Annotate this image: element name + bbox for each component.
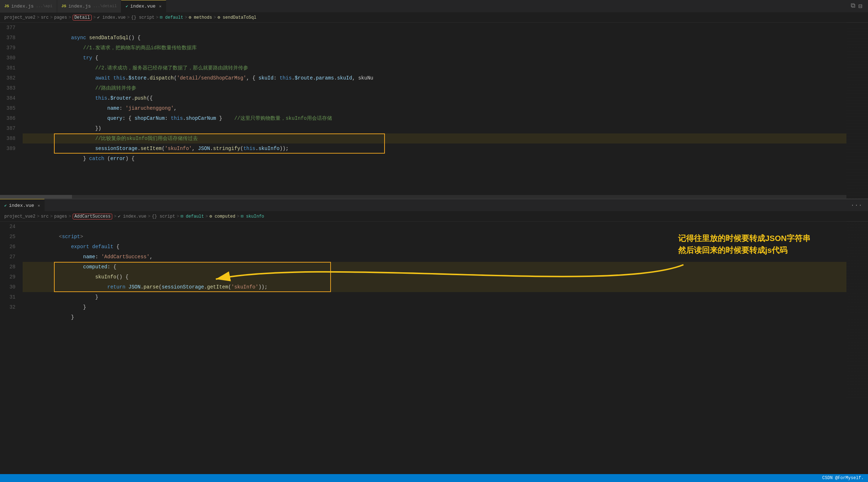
bc2-sep-8: >: [237, 214, 239, 219]
code-lines-top: async sendDataToSql() { //1.发请求，把购物车的商品i…: [20, 23, 868, 154]
bc-sep-8: >: [213, 15, 216, 20]
bottom-tab-close-button[interactable]: ✕: [38, 203, 40, 208]
top-breadcrumb: project_vue2 > src > pages > Detail > ✔ …: [0, 13, 868, 23]
tab-index-js-detail[interactable]: JS index.js ...\detail: [57, 0, 122, 13]
bc-pages: pages: [54, 15, 67, 20]
bc2-sep-4: >: [114, 214, 116, 219]
bc-methods: ⚙ methods: [189, 15, 212, 20]
bottom-tab-index-vue[interactable]: ✔ index.vue ✕: [0, 199, 45, 212]
bc2-sep-2: >: [50, 214, 53, 219]
vue-icon: ✔: [126, 4, 128, 9]
bottom-ellipsis-icon[interactable]: ···: [851, 202, 862, 209]
top-scrollbar-thumb[interactable]: [0, 195, 72, 199]
bc2-project: project_vue2: [4, 214, 35, 219]
bc-sep-5: >: [127, 15, 129, 20]
code-line-387: //比较复杂的skuInfo我们用会话存储传过去: [23, 123, 868, 133]
tab-path-2: ...\detail: [93, 4, 117, 8]
bc2-script: {} script: [152, 214, 175, 219]
annotation-text: 记得往里放的时候要转成JSON字符串然后读回来的时候要转成js代码: [678, 232, 810, 256]
js-icon-2: JS: [62, 4, 66, 8]
bottom-minimap-content: [846, 222, 868, 398]
bottom-window-icons: ···: [851, 202, 868, 209]
bc2-sep-5: >: [148, 214, 150, 219]
tab-label-2: index.js: [68, 4, 91, 9]
bottom-tab-label: index.vue: [9, 203, 34, 208]
tab-label-3: index.vue: [130, 4, 155, 9]
tab-index-js-api[interactable]: JS index.js ...\api: [0, 0, 57, 13]
tab-close-button[interactable]: ✕: [159, 4, 162, 9]
code-line-31: }: [23, 292, 868, 302]
code-line-28: skuInfo() {: [23, 262, 868, 272]
bc-senddatasql: ⚙ sendDataToSql: [218, 15, 256, 20]
tab-index-vue-active[interactable]: ✔ index.vue ✕: [121, 0, 166, 13]
top-minimap-content: [846, 23, 868, 199]
annotation-label: 记得往里放的时候要转成JSON字符串然后读回来的时候要转成js代码: [678, 234, 810, 255]
split-editor-icon[interactable]: ⧉: [851, 2, 855, 10]
bc-sep-7: >: [185, 15, 187, 20]
code-line-32: }: [23, 302, 868, 312]
bc2-sep-3: >: [68, 214, 71, 219]
status-bar: CSDN @ForMyself.: [0, 474, 868, 482]
bottom-minimap: [846, 222, 868, 398]
line-numbers-bottom: 24 25 26 27 28 29 30 31 32: [0, 222, 20, 312]
bc2-computed: ⚙ computed: [209, 214, 235, 219]
code-line-29: return JSON.parse(sessionStorage.getItem…: [23, 272, 868, 282]
bc-sep-6: >: [156, 15, 158, 20]
bc2-pages: pages: [54, 214, 67, 219]
top-minimap: [846, 23, 868, 199]
bc-file: ✔ index.vue: [97, 15, 126, 20]
bc-sep-1: >: [37, 15, 39, 20]
window-icons: ⧉ ⊟: [851, 2, 868, 10]
bc-detail-highlighted: Detail: [73, 15, 92, 21]
top-scrollbar[interactable]: [0, 195, 846, 199]
bc2-skuinfo: ⊡ skuInfo: [241, 214, 264, 219]
bc2-src: src: [41, 214, 49, 219]
bc-sep-2: >: [50, 15, 53, 20]
code-line-24: <script>: [23, 222, 868, 232]
code-line-377: async sendDataToSql() {: [23, 23, 868, 33]
bottom-editor-pane: 24 25 26 27 28 29 30 31 32 <script> expo…: [0, 222, 868, 398]
layout-icon[interactable]: ⊟: [858, 2, 862, 10]
tab-path: ...\api: [36, 4, 53, 8]
tab-label: index.js: [11, 4, 33, 9]
bc-default: ⊡ default: [160, 15, 183, 20]
bottom-tab-bar: ✔ index.vue ✕ ···: [0, 199, 868, 212]
status-bar-text: CSDN @ForMyself.: [822, 476, 864, 481]
bc2-file: ✔ index.vue: [118, 214, 146, 219]
bc-src: src: [41, 15, 49, 20]
bc2-addcartsuccess-highlighted: AddCartSuccess: [73, 214, 113, 219]
line-numbers-top: 377 378 379 380 381 382 383 384 385 386 …: [0, 23, 20, 154]
bottom-breadcrumb: project_vue2 > src > pages > AddCartSucc…: [0, 212, 868, 222]
bc2-default: ⊡ default: [181, 214, 204, 219]
code-area-top: 377 378 379 380 381 382 383 384 385 386 …: [0, 23, 868, 154]
bc2-sep-1: >: [37, 214, 39, 219]
bc2-sep-7: >: [205, 214, 208, 219]
code-line-383: this.$router.push({: [23, 83, 868, 93]
code-line-380: //2.请求成功，服务器已经存储了数据了，那么就要路由跳转并传参: [23, 53, 868, 63]
top-editor-pane: 377 378 379 380 381 382 383 384 385 386 …: [0, 23, 868, 199]
code-line-378: //1.发请求，把购物车的商品id和数量传给数据库: [23, 33, 868, 43]
vue-icon-bottom: ✔: [4, 203, 7, 208]
tab-bar: JS index.js ...\api JS index.js ...\deta…: [0, 0, 868, 13]
bc-sep-3: >: [68, 15, 71, 20]
js-icon: JS: [4, 4, 9, 8]
bc-sep-4: >: [93, 15, 96, 20]
bc2-sep-6: >: [177, 214, 179, 219]
bc-script: {} script: [131, 15, 155, 20]
bc-project: project_vue2: [4, 15, 35, 20]
